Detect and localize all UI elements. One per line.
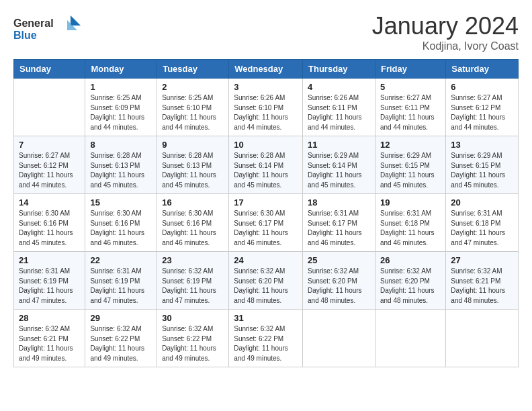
month-title: January 2024 xyxy=(372,12,519,40)
day-number: 13 xyxy=(451,140,513,150)
calendar-cell: 22Sunrise: 6:31 AM Sunset: 6:19 PM Dayli… xyxy=(85,252,157,310)
calendar-cell xyxy=(14,79,85,136)
day-info: Sunrise: 6:29 AM Sunset: 6:14 PM Dayligh… xyxy=(308,151,370,190)
calendar-cell: 16Sunrise: 6:30 AM Sunset: 6:16 PM Dayli… xyxy=(157,194,229,252)
day-number: 19 xyxy=(380,197,441,208)
calendar-cell: 12Sunrise: 6:29 AM Sunset: 6:15 PM Dayli… xyxy=(375,136,445,194)
day-info: Sunrise: 6:31 AM Sunset: 6:17 PM Dayligh… xyxy=(308,209,370,248)
day-info: Sunrise: 6:31 AM Sunset: 6:18 PM Dayligh… xyxy=(380,209,441,248)
day-info: Sunrise: 6:27 AM Sunset: 6:12 PM Dayligh… xyxy=(451,93,513,132)
calendar-week-row: 1Sunrise: 6:25 AM Sunset: 6:09 PM Daylig… xyxy=(14,79,519,136)
calendar-cell: 25Sunrise: 6:32 AM Sunset: 6:20 PM Dayli… xyxy=(303,252,375,310)
calendar-cell: 14Sunrise: 6:30 AM Sunset: 6:16 PM Dayli… xyxy=(14,194,85,252)
day-number: 4 xyxy=(308,82,370,92)
calendar-cell: 13Sunrise: 6:29 AM Sunset: 6:15 PM Dayli… xyxy=(446,136,519,194)
day-info: Sunrise: 6:32 AM Sunset: 6:21 PM Dayligh… xyxy=(19,324,80,363)
calendar-cell: 29Sunrise: 6:32 AM Sunset: 6:22 PM Dayli… xyxy=(85,310,157,367)
page: General Blue January 2024 Kodjina, Ivory… xyxy=(0,0,532,411)
calendar-cell xyxy=(303,310,375,367)
col-header-tuesday: Tuesday xyxy=(157,60,229,79)
calendar-cell: 1Sunrise: 6:25 AM Sunset: 6:09 PM Daylig… xyxy=(85,79,157,136)
day-number: 26 xyxy=(380,255,441,265)
logo-svg: General Blue xyxy=(13,12,81,46)
calendar-cell: 28Sunrise: 6:32 AM Sunset: 6:21 PM Dayli… xyxy=(14,310,85,367)
day-number: 12 xyxy=(380,140,441,150)
day-info: Sunrise: 6:30 AM Sunset: 6:16 PM Dayligh… xyxy=(162,209,224,248)
day-number: 20 xyxy=(451,197,513,208)
calendar-week-row: 7Sunrise: 6:27 AM Sunset: 6:12 PM Daylig… xyxy=(14,136,519,194)
day-number: 3 xyxy=(234,82,298,92)
svg-text:General: General xyxy=(13,17,54,29)
day-number: 24 xyxy=(234,255,298,265)
col-header-saturday: Saturday xyxy=(446,60,519,79)
calendar-cell: 18Sunrise: 6:31 AM Sunset: 6:17 PM Dayli… xyxy=(303,194,375,252)
day-info: Sunrise: 6:26 AM Sunset: 6:11 PM Dayligh… xyxy=(308,93,370,132)
day-info: Sunrise: 6:32 AM Sunset: 6:22 PM Dayligh… xyxy=(90,324,152,363)
col-header-wednesday: Wednesday xyxy=(229,60,303,79)
calendar-cell: 7Sunrise: 6:27 AM Sunset: 6:12 PM Daylig… xyxy=(14,136,85,194)
calendar-cell: 15Sunrise: 6:30 AM Sunset: 6:16 PM Dayli… xyxy=(85,194,157,252)
col-header-friday: Friday xyxy=(375,60,445,79)
calendar-cell: 2Sunrise: 6:25 AM Sunset: 6:10 PM Daylig… xyxy=(157,79,229,136)
day-info: Sunrise: 6:32 AM Sunset: 6:22 PM Dayligh… xyxy=(234,324,298,363)
calendar-cell: 21Sunrise: 6:31 AM Sunset: 6:19 PM Dayli… xyxy=(14,252,85,310)
day-info: Sunrise: 6:32 AM Sunset: 6:21 PM Dayligh… xyxy=(451,267,513,306)
col-header-monday: Monday xyxy=(85,60,157,79)
day-number: 2 xyxy=(162,82,224,92)
calendar-cell: 27Sunrise: 6:32 AM Sunset: 6:21 PM Dayli… xyxy=(446,252,519,310)
day-info: Sunrise: 6:27 AM Sunset: 6:12 PM Dayligh… xyxy=(19,151,80,190)
calendar-cell: 23Sunrise: 6:32 AM Sunset: 6:19 PM Dayli… xyxy=(157,252,229,310)
calendar-cell xyxy=(375,310,445,367)
day-info: Sunrise: 6:32 AM Sunset: 6:19 PM Dayligh… xyxy=(162,267,224,306)
calendar-cell xyxy=(446,310,519,367)
day-number: 6 xyxy=(451,82,513,92)
calendar-cell: 30Sunrise: 6:32 AM Sunset: 6:22 PM Dayli… xyxy=(157,310,229,367)
day-info: Sunrise: 6:29 AM Sunset: 6:15 PM Dayligh… xyxy=(380,151,441,190)
day-info: Sunrise: 6:28 AM Sunset: 6:14 PM Dayligh… xyxy=(234,151,298,190)
day-number: 27 xyxy=(451,255,513,265)
col-header-thursday: Thursday xyxy=(303,60,375,79)
day-number: 15 xyxy=(90,197,152,208)
calendar-cell: 4Sunrise: 6:26 AM Sunset: 6:11 PM Daylig… xyxy=(303,79,375,136)
day-number: 22 xyxy=(90,255,152,265)
day-info: Sunrise: 6:30 AM Sunset: 6:17 PM Dayligh… xyxy=(234,209,298,248)
day-info: Sunrise: 6:26 AM Sunset: 6:10 PM Dayligh… xyxy=(234,93,298,132)
calendar-header-row: SundayMondayTuesdayWednesdayThursdayFrid… xyxy=(14,60,519,79)
day-number: 10 xyxy=(234,140,298,150)
calendar-week-row: 21Sunrise: 6:31 AM Sunset: 6:19 PM Dayli… xyxy=(14,252,519,310)
day-info: Sunrise: 6:31 AM Sunset: 6:19 PM Dayligh… xyxy=(19,267,80,306)
day-info: Sunrise: 6:29 AM Sunset: 6:15 PM Dayligh… xyxy=(451,151,513,190)
day-info: Sunrise: 6:32 AM Sunset: 6:20 PM Dayligh… xyxy=(380,267,441,306)
svg-text:Blue: Blue xyxy=(13,30,37,41)
day-number: 29 xyxy=(90,313,152,323)
day-info: Sunrise: 6:25 AM Sunset: 6:10 PM Dayligh… xyxy=(162,93,224,132)
day-number: 14 xyxy=(19,197,80,208)
day-info: Sunrise: 6:28 AM Sunset: 6:13 PM Dayligh… xyxy=(90,151,152,190)
day-info: Sunrise: 6:31 AM Sunset: 6:19 PM Dayligh… xyxy=(90,267,152,306)
day-number: 9 xyxy=(162,140,224,150)
calendar-cell: 17Sunrise: 6:30 AM Sunset: 6:17 PM Dayli… xyxy=(229,194,303,252)
day-number: 5 xyxy=(380,82,441,92)
day-number: 18 xyxy=(308,197,370,208)
day-number: 31 xyxy=(234,313,298,323)
day-info: Sunrise: 6:31 AM Sunset: 6:18 PM Dayligh… xyxy=(451,209,513,248)
calendar-cell: 9Sunrise: 6:28 AM Sunset: 6:13 PM Daylig… xyxy=(157,136,229,194)
calendar-cell: 6Sunrise: 6:27 AM Sunset: 6:12 PM Daylig… xyxy=(446,79,519,136)
day-number: 16 xyxy=(162,197,224,208)
logo: General Blue xyxy=(13,12,81,48)
calendar-cell: 24Sunrise: 6:32 AM Sunset: 6:20 PM Dayli… xyxy=(229,252,303,310)
day-number: 23 xyxy=(162,255,224,265)
day-number: 7 xyxy=(19,140,80,150)
day-number: 25 xyxy=(308,255,370,265)
calendar-cell: 11Sunrise: 6:29 AM Sunset: 6:14 PM Dayli… xyxy=(303,136,375,194)
calendar-cell: 19Sunrise: 6:31 AM Sunset: 6:18 PM Dayli… xyxy=(375,194,445,252)
day-number: 11 xyxy=(308,140,370,150)
calendar-cell: 20Sunrise: 6:31 AM Sunset: 6:18 PM Dayli… xyxy=(446,194,519,252)
day-info: Sunrise: 6:32 AM Sunset: 6:20 PM Dayligh… xyxy=(308,267,370,306)
day-number: 30 xyxy=(162,313,224,323)
day-info: Sunrise: 6:32 AM Sunset: 6:22 PM Dayligh… xyxy=(162,324,224,363)
day-info: Sunrise: 6:27 AM Sunset: 6:11 PM Dayligh… xyxy=(380,93,441,132)
day-number: 21 xyxy=(19,255,80,265)
day-number: 8 xyxy=(90,140,152,150)
title-block: January 2024 Kodjina, Ivory Coast xyxy=(372,12,519,52)
